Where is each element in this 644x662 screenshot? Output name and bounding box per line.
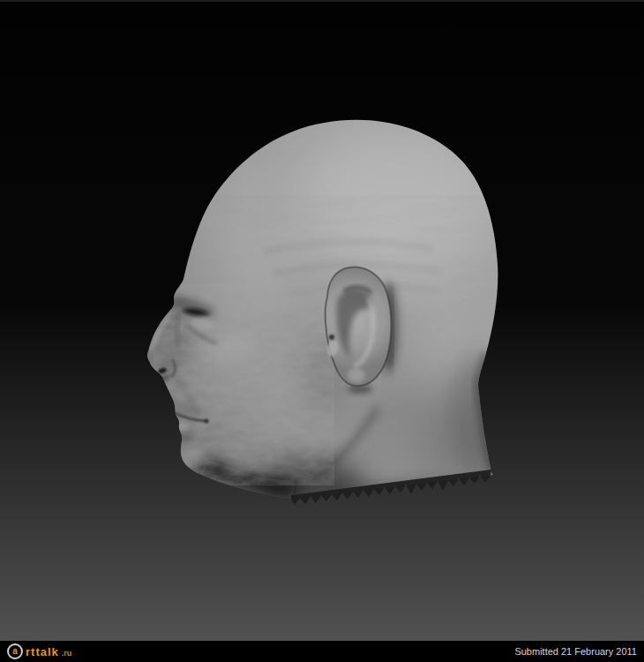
logo-circle-icon: a xyxy=(7,643,23,659)
logo-icon-letter: a xyxy=(12,647,18,656)
logo-suffix: .ru xyxy=(62,648,72,659)
head-render xyxy=(0,0,644,641)
ear-lobe xyxy=(348,368,365,382)
mouth-corner xyxy=(205,419,209,424)
logo-text: rttalk xyxy=(26,646,59,658)
arttalk-logo: a rttalk .ru xyxy=(7,643,71,659)
submitted-date: Submitted 21 February 2011 xyxy=(514,647,637,657)
ear-outer xyxy=(326,267,392,387)
page: a rttalk .ru Submitted 21 February 2011 xyxy=(0,0,644,662)
footer-bar: a rttalk .ru Submitted 21 February 2011 xyxy=(0,641,644,662)
sculpt-viewport xyxy=(0,0,644,641)
top-edge-line xyxy=(0,0,644,2)
ear-notch xyxy=(329,335,334,340)
